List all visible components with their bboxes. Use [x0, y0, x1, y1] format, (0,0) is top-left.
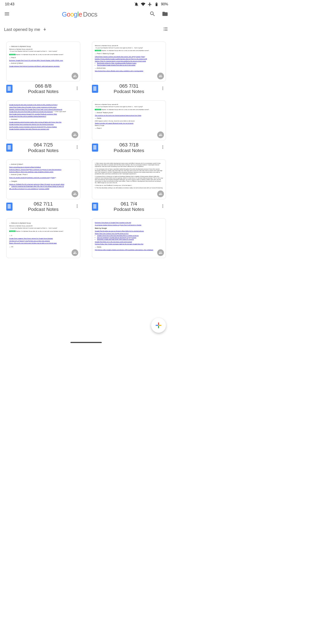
- doc-more-button[interactable]: [74, 85, 80, 92]
- more-vert-icon: [160, 204, 165, 208]
- doc-card[interactable]: Exclusive: First photos of Google Pixel …: [92, 218, 166, 258]
- doc-title: 061 7/4 Podcast Notes: [98, 201, 160, 212]
- shared-icon: [157, 73, 164, 80]
- doc-more-button[interactable]: [74, 203, 80, 210]
- wifi-icon: [141, 2, 145, 6]
- doc-card[interactable]: — Android Q Beta 5 Here's everything new…: [6, 160, 80, 212]
- doc-type-icon: [92, 144, 98, 152]
- svg-rect-21: [158, 326, 159, 328]
- svg-rect-20: [158, 322, 159, 325]
- svg-point-14: [77, 204, 77, 205]
- plus-icon: [155, 322, 162, 329]
- view-toggle-button[interactable]: [163, 26, 168, 33]
- search-icon: [149, 11, 156, 17]
- svg-point-2: [77, 86, 77, 87]
- hamburger-icon: [4, 11, 10, 17]
- more-vert-icon: [160, 145, 165, 149]
- shared-icon: [157, 190, 164, 197]
- doc-type-icon: [92, 85, 98, 93]
- svg-rect-23: [159, 325, 161, 326]
- svg-point-19: [162, 207, 163, 208]
- doc-card[interactable]: Welcome to Alphabet Scoop, episode 63 . …: [92, 100, 166, 153]
- battery-percent: 90%: [161, 2, 168, 6]
- doc-more-button[interactable]: [160, 203, 166, 210]
- doc-thumbnail: Welcome to Alphabet Scoop, episode 65 . …: [92, 42, 166, 82]
- shared-icon: [157, 249, 164, 256]
- battery-icon: [154, 2, 159, 6]
- svg-point-5: [162, 86, 163, 87]
- doc-card[interactable]: Welcome to Alphabet Scoop, episode 65 . …: [92, 42, 166, 94]
- doc-title: 064 7/25 Podcast Notes: [12, 142, 74, 153]
- svg-point-18: [162, 206, 163, 206]
- doc-more-button[interactable]: [160, 85, 166, 92]
- airplane-icon: [148, 2, 152, 6]
- app-title: GoogleDocs: [10, 11, 149, 18]
- shared-icon: [72, 190, 78, 197]
- doc-type-icon: [6, 85, 12, 93]
- shared-icon: [157, 132, 164, 138]
- doc-title: 065 7/31 Podcast Notes: [98, 83, 160, 94]
- more-vert-icon: [75, 145, 80, 149]
- doc-type-icon: [6, 202, 12, 211]
- shared-icon: [72, 249, 78, 256]
- svg-point-10: [77, 148, 77, 149]
- doc-card[interactable]: — Welcome to Alphabet Scoop Welcome to A…: [6, 42, 80, 94]
- doc-title: 066 8/8 Podcast Notes: [12, 83, 74, 94]
- svg-point-16: [77, 207, 77, 208]
- home-indicator[interactable]: [70, 342, 102, 343]
- svg-point-7: [162, 89, 163, 90]
- status-time: 10:43: [5, 2, 14, 6]
- doc-card[interactable]: 1. Main reason why entire tablet develop…: [92, 160, 166, 212]
- svg-point-15: [77, 206, 77, 206]
- svg-point-8: [77, 146, 77, 146]
- doc-type-icon: [92, 202, 98, 211]
- svg-point-4: [77, 89, 77, 90]
- more-vert-icon: [160, 86, 165, 90]
- doc-thumbnail: Welcome to Alphabet Scoop, episode 63 . …: [92, 100, 166, 140]
- doc-title: 063 7/18 Podcast Notes: [98, 142, 160, 153]
- list-view-icon: [163, 26, 168, 32]
- svg-point-11: [162, 146, 163, 146]
- status-bar: 10:43 90%: [0, 0, 172, 8]
- doc-title: 062 7/11 Podcast Notes: [12, 201, 74, 212]
- folder-icon: [162, 11, 168, 17]
- dnd-off-icon: [134, 2, 139, 6]
- svg-point-9: [77, 147, 77, 147]
- svg-point-6: [162, 88, 163, 88]
- doc-thumbnail: 1. Main reason why entire tablet develop…: [92, 160, 166, 199]
- doc-card[interactable]: — Welcome to Alphabet Scoop Welcome to A…: [6, 218, 80, 258]
- search-button[interactable]: [149, 11, 156, 18]
- svg-rect-1: [156, 3, 158, 3]
- sort-button[interactable]: Last opened by me: [4, 27, 47, 32]
- svg-rect-22: [156, 325, 158, 326]
- new-document-fab[interactable]: [151, 318, 166, 333]
- doc-type-icon: [6, 144, 12, 152]
- svg-point-13: [162, 148, 163, 149]
- doc-thumbnail: — Android Q Beta 5 Here's everything new…: [6, 160, 80, 199]
- doc-thumbnail: — Welcome to Alphabet Scoop Welcome to A…: [6, 218, 80, 258]
- svg-point-3: [77, 88, 77, 88]
- sort-row: Last opened by me: [0, 20, 172, 34]
- doc-thumbnail: Exclusive: First photos of Google Pixel …: [92, 218, 166, 258]
- doc-thumbnail: Google buying the face data of people in…: [6, 100, 80, 140]
- status-icons: 90%: [134, 2, 168, 6]
- shared-icon: [72, 132, 78, 138]
- menu-button[interactable]: [4, 11, 10, 18]
- document-grid: — Welcome to Alphabet Scoop Welcome to A…: [0, 34, 172, 262]
- more-vert-icon: [75, 86, 80, 90]
- app-bar: GoogleDocs: [0, 8, 172, 20]
- shared-icon: [72, 73, 78, 80]
- doc-more-button[interactable]: [160, 144, 166, 151]
- more-vert-icon: [75, 204, 80, 208]
- sort-label: Last opened by me: [4, 27, 40, 32]
- svg-point-17: [162, 204, 163, 205]
- svg-point-12: [162, 147, 163, 147]
- doc-thumbnail: — Welcome to Alphabet Scoop Welcome to A…: [6, 42, 80, 82]
- doc-card[interactable]: Google buying the face data of people in…: [6, 100, 80, 153]
- folder-button[interactable]: [162, 11, 168, 18]
- doc-more-button[interactable]: [74, 144, 80, 151]
- arrow-down-icon: [42, 27, 47, 32]
